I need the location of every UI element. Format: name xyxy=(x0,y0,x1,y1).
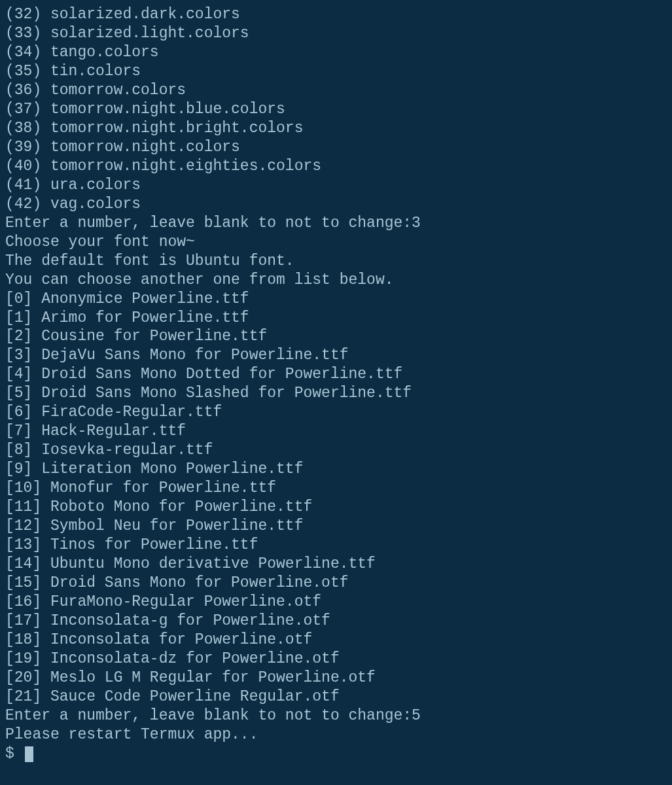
font-list-item: [4] Droid Sans Mono Dotted for Powerline… xyxy=(5,365,667,384)
font-header-line: You can choose another one from list bel… xyxy=(5,271,667,290)
color-list-item: (40) tomorrow.night.eighties.colors xyxy=(5,157,667,176)
color-list-item: (39) tomorrow.night.colors xyxy=(5,138,667,157)
color-selection-input[interactable]: 3 xyxy=(412,215,421,232)
font-list-item: [12] Symbol Neu for Powerline.ttf xyxy=(5,517,667,536)
font-list-item: [17] Inconsolata-g for Powerline.otf xyxy=(5,612,667,631)
font-list-item: [15] Droid Sans Mono for Powerline.otf xyxy=(5,574,667,593)
font-list-item: [7] Hack-Regular.ttf xyxy=(5,422,667,441)
font-list-item: [16] FuraMono-Regular Powerline.otf xyxy=(5,593,667,612)
color-list-item: (37) tomorrow.night.blue.colors xyxy=(5,100,667,119)
font-list-item: [14] Ubuntu Mono derivative Powerline.tt… xyxy=(5,555,667,574)
font-selection-prompt[interactable]: Enter a number, leave blank to not to ch… xyxy=(5,706,667,725)
color-list-item: (33) solarized.light.colors xyxy=(5,24,667,43)
font-list-item: [10] Monofur for Powerline.ttf xyxy=(5,479,667,498)
font-list-item: [18] Inconsolata for Powerline.otf xyxy=(5,631,667,650)
font-list-item: [13] Tinos for Powerline.ttf xyxy=(5,536,667,555)
font-list-item: [19] Inconsolata-dz for Powerline.otf xyxy=(5,650,667,669)
color-list-item: (34) tango.colors xyxy=(5,43,667,62)
color-selection-prompt[interactable]: Enter a number, leave blank to not to ch… xyxy=(5,214,667,233)
color-list-item: (36) tomorrow.colors xyxy=(5,81,667,100)
font-list-item: [9] Literation Mono Powerline.ttf xyxy=(5,460,667,479)
color-list-item: (41) ura.colors xyxy=(5,176,667,195)
prompt-text: Enter a number, leave blank to not to ch… xyxy=(5,215,412,232)
shell-prompt: $ xyxy=(5,745,24,762)
cursor-icon xyxy=(25,746,33,762)
font-selection-input[interactable]: 5 xyxy=(412,707,421,724)
font-list-item: [5] Droid Sans Mono Slashed for Powerlin… xyxy=(5,384,667,403)
color-list-item: (32) solarized.dark.colors xyxy=(5,5,667,24)
font-list-item: [3] DejaVu Sans Mono for Powerline.ttf xyxy=(5,346,667,365)
prompt-text: Enter a number, leave blank to not to ch… xyxy=(5,707,412,724)
font-list-item: [11] Roboto Mono for Powerline.ttf xyxy=(5,498,667,517)
font-header-line: The default font is Ubuntu font. xyxy=(5,252,667,271)
font-list-item: [2] Cousine for Powerline.ttf xyxy=(5,327,667,346)
font-list-item: [20] Meslo LG M Regular for Powerline.ot… xyxy=(5,669,667,688)
color-list-item: (42) vag.colors xyxy=(5,195,667,214)
color-list-item: (38) tomorrow.night.bright.colors xyxy=(5,119,667,138)
restart-message: Please restart Termux app... xyxy=(5,725,667,744)
color-list-item: (35) tin.colors xyxy=(5,62,667,81)
font-header-line: Choose your font now~ xyxy=(5,233,667,252)
font-list-item: [1] Arimo for Powerline.ttf xyxy=(5,309,667,328)
font-list-item: [0] Anonymice Powerline.ttf xyxy=(5,290,667,309)
font-list-item: [6] FiraCode-Regular.ttf xyxy=(5,403,667,422)
shell-prompt-line[interactable]: $ xyxy=(5,744,667,763)
font-list-item: [8] Iosevka-regular.ttf xyxy=(5,441,667,460)
terminal-output[interactable]: (32) solarized.dark.colors(33) solarized… xyxy=(5,5,667,763)
font-list-item: [21] Sauce Code Powerline Regular.otf xyxy=(5,688,667,706)
